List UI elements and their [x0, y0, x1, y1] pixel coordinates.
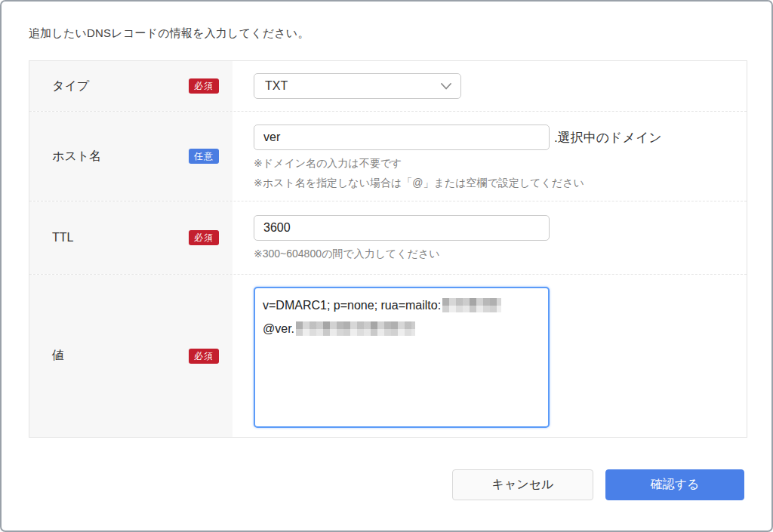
host-name-input[interactable]	[254, 125, 550, 150]
dns-record-form-table: タイプ 必須 TXT ホスト名 任意	[29, 60, 747, 438]
host-label: ホスト名	[52, 149, 101, 165]
type-content-cell: TXT	[233, 61, 747, 111]
type-select-value: TXT	[265, 79, 288, 93]
redacted-blur	[296, 321, 415, 336]
value-line-2: @ver.	[263, 317, 540, 340]
value-textarea[interactable]: v=DMARC1; p=none; rua=mailto: @ver.	[254, 287, 550, 428]
ttl-label: TTL	[52, 231, 73, 244]
redacted-blur	[442, 298, 501, 312]
type-label: タイプ	[52, 78, 89, 94]
ttl-label-cell: TTL 必須	[29, 201, 233, 274]
form-row-value: 値 必須 v=DMARC1; p=none; rua=mailto: @ver.	[29, 274, 747, 437]
host-input-line: .選択中のドメイン	[254, 125, 747, 150]
chevron-down-icon	[441, 83, 451, 90]
ttl-note: ※300~604800の間で入力してください	[254, 248, 747, 260]
host-note-1: ※ドメイン名の入力は不要です	[254, 157, 747, 170]
cancel-button[interactable]: キャンセル	[452, 469, 593, 500]
host-content-cell: .選択中のドメイン ※ドメイン名の入力は不要です ※ホスト名を指定しない場合は「…	[233, 112, 747, 201]
required-badge: 必須	[189, 230, 219, 245]
form-row-type: タイプ 必須 TXT	[29, 61, 747, 111]
dns-record-dialog-stage: 追加したいDNSレコードの情報を入力してください。 タイプ 必須 TXT	[0, 0, 773, 532]
dns-record-dialog: 追加したいDNSレコードの情報を入力してください。 タイプ 必須 TXT	[0, 0, 773, 532]
required-badge: 必須	[189, 349, 219, 364]
dialog-button-row: キャンセル 確認する	[2, 469, 744, 500]
ttl-content-cell: ※300~604800の間で入力してください	[233, 201, 747, 274]
ttl-input[interactable]	[254, 215, 550, 241]
host-domain-suffix: .選択中のドメイン	[554, 129, 662, 146]
confirm-button[interactable]: 確認する	[605, 469, 744, 500]
host-label-cell: ホスト名 任意	[29, 112, 233, 201]
dialog-title: 追加したいDNSレコードの情報を入力してください。	[29, 26, 744, 41]
form-row-ttl: TTL 必須 ※300~604800の間で入力してください	[29, 201, 747, 274]
value-content-cell: v=DMARC1; p=none; rua=mailto: @ver.	[233, 275, 747, 437]
host-note-2: ※ホスト名を指定しない場合は「@」または空欄で設定してください	[254, 177, 747, 189]
value-line-1: v=DMARC1; p=none; rua=mailto:	[263, 294, 540, 317]
value-label: 値	[52, 348, 64, 364]
type-select[interactable]: TXT	[254, 73, 461, 99]
value-label-cell: 値 必須	[29, 275, 233, 437]
ttl-input-line	[254, 215, 747, 241]
optional-badge: 任意	[189, 149, 219, 164]
form-row-host: ホスト名 任意 .選択中のドメイン ※ドメイン名の入力は不要です ※ホスト名を指…	[29, 111, 747, 201]
type-label-cell: タイプ 必須	[29, 61, 233, 111]
required-badge: 必須	[189, 78, 219, 94]
